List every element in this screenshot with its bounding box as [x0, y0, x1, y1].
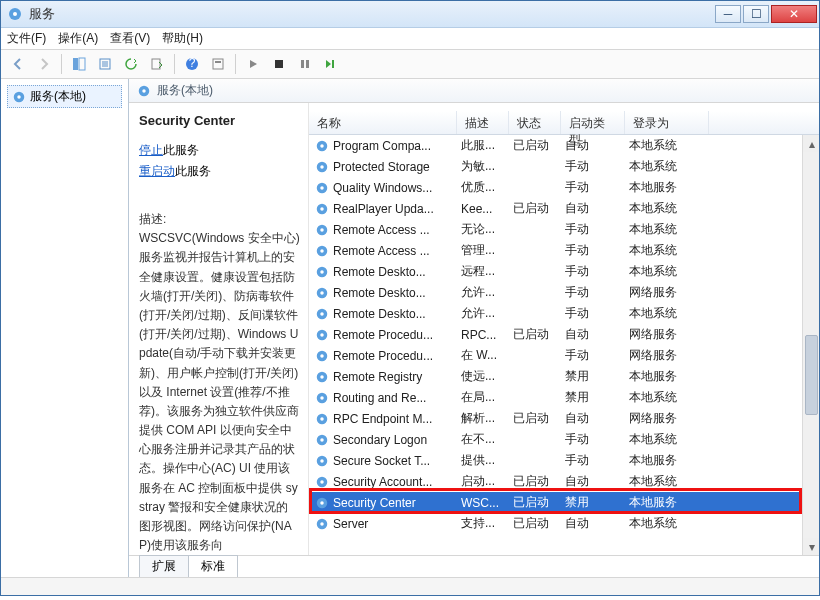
table-row[interactable]: Remote Procedu...在 W...手动网络服务 [309, 345, 819, 366]
tree-node-services-local[interactable]: 服务(本地) [7, 85, 122, 108]
cell-desc: WSC... [461, 496, 513, 510]
table-row[interactable]: Remote Deskto...允许...手动网络服务 [309, 282, 819, 303]
menu-file[interactable]: 文件(F) [7, 30, 46, 47]
export-list-button[interactable] [146, 53, 168, 75]
svg-rect-10 [275, 60, 283, 68]
vertical-scrollbar[interactable]: ▴ ▾ [802, 135, 819, 555]
table-row[interactable]: Remote Procedu...RPC...已启动自动网络服务 [309, 324, 819, 345]
forward-button[interactable] [33, 53, 55, 75]
table-row[interactable]: Program Compa...此服...已启动自动本地系统 [309, 135, 819, 156]
table-row[interactable]: Quality Windows...优质...手动本地服务 [309, 177, 819, 198]
menubar: 文件(F) 操作(A) 查看(V) 帮助(H) [1, 28, 819, 49]
cell-desc: 管理... [461, 242, 513, 259]
cell-logon: 本地系统 [629, 389, 713, 406]
cell-name: Remote Procedu... [333, 328, 461, 342]
cell-logon: 本地服务 [629, 368, 713, 385]
cell-name: Secondary Logon [333, 433, 461, 447]
restart-suffix: 此服务 [175, 164, 211, 178]
cell-desc: 在局... [461, 389, 513, 406]
svg-point-51 [320, 480, 324, 484]
cell-desc: 在不... [461, 431, 513, 448]
services-icon [7, 6, 23, 22]
back-button[interactable] [7, 53, 29, 75]
stop-service-line: 停止此服务 [139, 142, 300, 159]
cell-status: 已启动 [513, 137, 565, 154]
table-row[interactable]: RPC Endpoint M...解析...已启动自动网络服务 [309, 408, 819, 429]
cell-startup: 手动 [565, 347, 629, 364]
table-row[interactable]: Routing and Re...在局...禁用本地系统 [309, 387, 819, 408]
scroll-thumb[interactable] [805, 335, 818, 415]
cell-startup: 手动 [565, 284, 629, 301]
cell-name: Secure Socket T... [333, 454, 461, 468]
export-button[interactable] [94, 53, 116, 75]
table-row[interactable]: Remote Access ...无论...手动本地系统 [309, 219, 819, 240]
cell-status: 已启动 [513, 410, 565, 427]
col-startup[interactable]: 启动类型 [561, 111, 625, 134]
cell-desc: 为敏... [461, 158, 513, 175]
col-name[interactable]: 名称 [309, 111, 457, 134]
cell-startup: 手动 [565, 158, 629, 175]
menu-view[interactable]: 查看(V) [110, 30, 150, 47]
minimize-button[interactable]: ─ [715, 5, 741, 23]
start-service-button[interactable] [242, 53, 264, 75]
table-row[interactable]: Security CenterWSC...已启动禁用本地服务 [309, 492, 819, 513]
cell-desc: 此服... [461, 137, 513, 154]
cell-desc: 优质... [461, 179, 513, 196]
cell-name: Remote Deskto... [333, 307, 461, 321]
separator [61, 54, 62, 74]
menu-action[interactable]: 操作(A) [58, 30, 98, 47]
cell-status: 已启动 [513, 473, 565, 490]
table-row[interactable]: Protected Storage为敏...手动本地系统 [309, 156, 819, 177]
svg-point-17 [142, 89, 146, 93]
cell-logon: 本地系统 [629, 242, 713, 259]
col-desc[interactable]: 描述 [457, 111, 509, 134]
content-pane: 服务(本地) Security Center 停止此服务 重启动此服务 描述: … [129, 79, 819, 577]
col-logon[interactable]: 登录为 [625, 111, 709, 134]
table-row[interactable]: Remote Registry使远...禁用本地服务 [309, 366, 819, 387]
table-row[interactable]: Remote Deskto...允许...手动本地系统 [309, 303, 819, 324]
tab-extended[interactable]: 扩展 [139, 555, 189, 577]
cell-name: Remote Deskto... [333, 265, 461, 279]
maximize-button[interactable]: ☐ [743, 5, 769, 23]
tab-standard[interactable]: 标准 [188, 555, 238, 577]
refresh-button[interactable] [120, 53, 142, 75]
close-button[interactable]: ✕ [771, 5, 817, 23]
svg-point-49 [320, 459, 324, 463]
restart-service-link[interactable]: 重启动 [139, 164, 175, 178]
description-block: 描述: WSCSVC(Windows 安全中心)服务监视并报告计算机上的安全健康… [139, 210, 300, 555]
stop-service-button[interactable] [268, 53, 290, 75]
table-row[interactable]: Server支持...已启动自动本地系统 [309, 513, 819, 534]
help-button[interactable]: ? [181, 53, 203, 75]
scroll-down-button[interactable]: ▾ [803, 538, 819, 555]
table-row[interactable]: Remote Deskto...远程...手动本地系统 [309, 261, 819, 282]
tree-pane: 服务(本地) [1, 79, 129, 577]
properties-button[interactable] [207, 53, 229, 75]
table-row[interactable]: Secure Socket T...提供...手动本地服务 [309, 450, 819, 471]
table-row[interactable]: Security Account...启动...已启动自动本地系统 [309, 471, 819, 492]
menu-help[interactable]: 帮助(H) [162, 30, 203, 47]
cell-name: Program Compa... [333, 139, 461, 153]
table-row[interactable]: Secondary Logon在不...手动本地系统 [309, 429, 819, 450]
show-hide-tree-button[interactable] [68, 53, 90, 75]
svg-rect-2 [73, 58, 78, 70]
cell-desc: 远程... [461, 263, 513, 280]
svg-point-41 [320, 375, 324, 379]
cell-logon: 本地系统 [629, 515, 713, 532]
table-row[interactable]: RealPlayer Upda...Kee...已启动自动本地系统 [309, 198, 819, 219]
restart-service-button[interactable] [320, 53, 342, 75]
titlebar[interactable]: 服务 ─ ☐ ✕ [1, 1, 819, 28]
cell-logon: 本地服务 [629, 452, 713, 469]
col-status[interactable]: 状态 [509, 111, 561, 134]
table-row[interactable]: Remote Access ...管理...手动本地系统 [309, 240, 819, 261]
pause-service-button[interactable] [294, 53, 316, 75]
cell-name: Remote Registry [333, 370, 461, 384]
svg-point-39 [320, 354, 324, 358]
cell-status: 已启动 [513, 326, 565, 343]
scroll-up-button[interactable]: ▴ [803, 135, 819, 152]
stop-service-link[interactable]: 停止 [139, 143, 163, 157]
window-title: 服务 [29, 5, 713, 23]
svg-rect-12 [306, 60, 309, 68]
list-body[interactable]: Program Compa...此服...已启动自动本地系统Protected … [309, 135, 819, 555]
cell-startup: 自动 [565, 137, 629, 154]
cell-desc: Kee... [461, 202, 513, 216]
